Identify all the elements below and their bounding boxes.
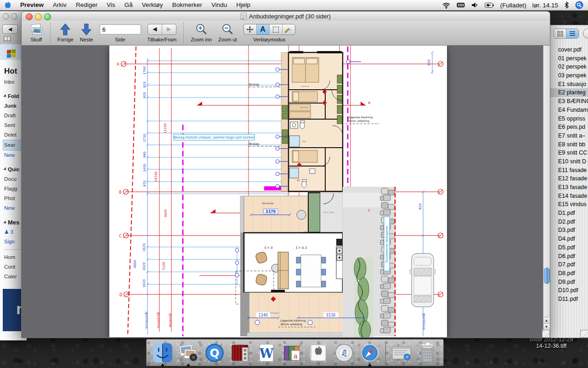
menu-bokmerker[interactable]: Bokmerker bbox=[168, 0, 207, 10]
page-number-input[interactable] bbox=[100, 24, 141, 34]
label-kledning19-line2: 19mm utlekting bbox=[347, 119, 369, 123]
list-item[interactable]: D8.pdf bbox=[550, 269, 588, 278]
magnifier-minus-icon bbox=[221, 23, 233, 35]
battery-charged-icon[interactable] bbox=[485, 2, 494, 8]
move-tool-button[interactable] bbox=[244, 24, 257, 34]
dim-1620: 1620 bbox=[142, 279, 146, 288]
minimize-button[interactable] bbox=[35, 13, 42, 20]
list-item[interactable]: E11 fasade bbox=[550, 166, 588, 175]
list-view-button[interactable] bbox=[566, 29, 578, 38]
menu-vindu[interactable]: Vindu bbox=[207, 0, 232, 10]
list-item[interactable]: D6.pdf bbox=[550, 252, 588, 261]
dock-icon-reference-books[interactable]: a bbox=[282, 342, 302, 363]
battery-meter-icon[interactable] bbox=[457, 2, 465, 8]
scroll-up-arrow[interactable]: ▲ bbox=[543, 317, 549, 324]
drawer-toggle-button[interactable]: Skuff bbox=[29, 23, 43, 42]
menu-verktoy[interactable]: Verktøy bbox=[137, 0, 168, 10]
dock-icon-quicktime[interactable]: Q bbox=[204, 342, 225, 363]
list-item[interactable]: E13 fasade bbox=[550, 183, 588, 192]
dock-icon-word[interactable]: W bbox=[256, 342, 277, 363]
document-view[interactable]: 1760 920 920 1730 990 1400 970 1620 1620… bbox=[22, 46, 543, 337]
annotate-tool-button[interactable] bbox=[283, 24, 295, 34]
select-tool-button[interactable] bbox=[270, 24, 283, 34]
volume-menu-icon[interactable] bbox=[471, 2, 479, 8]
bookmarks-book-icon[interactable] bbox=[3, 35, 11, 42]
list-item[interactable]: D9.pdf bbox=[550, 278, 588, 287]
list-item[interactable]: E10 snitt D bbox=[550, 157, 588, 166]
list-item[interactable]: D4.pdf bbox=[550, 235, 588, 243]
list-item[interactable]: cover.pdf bbox=[550, 46, 588, 54]
list-item[interactable]: D2.pdf bbox=[550, 218, 588, 226]
dock-icon-itunes[interactable]: ♫ bbox=[334, 342, 354, 363]
list-item[interactable]: D3.pdf bbox=[550, 226, 588, 235]
menu-rediger[interactable]: Rediger bbox=[71, 0, 102, 10]
menu-preview[interactable]: Preview bbox=[16, 0, 48, 10]
bluetooth-menu-icon[interactable] bbox=[564, 1, 569, 9]
list-item[interactable]: 03 perspek bbox=[550, 71, 588, 80]
history-forward-button[interactable]: ▶ bbox=[162, 24, 176, 34]
list-item[interactable]: D5.pdf bbox=[550, 243, 588, 252]
list-item[interactable]: D7.pdf bbox=[550, 260, 588, 269]
battery-status-text[interactable]: (Fulladet) bbox=[500, 2, 526, 9]
next-page-button[interactable]: Neste bbox=[80, 23, 93, 42]
list-item[interactable]: E6 peis.pd bbox=[550, 123, 588, 132]
vegetation bbox=[354, 257, 373, 337]
zoom-out-button[interactable]: Zoom ut bbox=[218, 23, 237, 42]
desktop-file-label[interactable]: Bilde 2012-12-29 14-12-36.tiff bbox=[514, 336, 588, 349]
screen: ◀ Hot Inbo Fold Junk Draft Sent Delet Se… bbox=[0, 0, 588, 368]
list-item[interactable]: E15 vindus bbox=[550, 200, 588, 209]
menu-vis[interactable]: Vis bbox=[102, 0, 120, 10]
thumbnail-view-button[interactable] bbox=[554, 29, 566, 38]
list-item[interactable]: E7 snitt a– bbox=[550, 132, 588, 140]
dock-icon-apple-box[interactable] bbox=[308, 342, 328, 363]
inactive-minimize-button[interactable] bbox=[11, 13, 17, 20]
list-item[interactable]: E4 Fundam bbox=[550, 106, 588, 115]
zoom-button[interactable] bbox=[44, 13, 51, 20]
menu-arkiv[interactable]: Arkiv bbox=[48, 0, 71, 10]
back-button[interactable]: ◀ bbox=[2, 24, 18, 34]
list-item[interactable]: E8 snitt bb bbox=[550, 140, 588, 149]
list-item[interactable]: D10.pdf bbox=[550, 286, 588, 295]
menu-clock[interactable]: lør. 14.15 bbox=[532, 2, 558, 9]
history-back-button[interactable]: ◀ bbox=[148, 24, 162, 34]
apple-menu[interactable] bbox=[0, 1, 16, 9]
list-item[interactable]: E12 fasade bbox=[550, 174, 588, 183]
list-item[interactable]: D1.pdf bbox=[550, 209, 588, 218]
itunes-icon: ♫ bbox=[334, 343, 354, 362]
list-item-selected[interactable]: E2 planteg bbox=[550, 88, 588, 97]
list-item[interactable]: E14 fasade bbox=[550, 192, 588, 201]
windows-live-logo-icon bbox=[6, 49, 17, 58]
dock-icon-finder[interactable] bbox=[152, 342, 173, 363]
window-resize-grip[interactable] bbox=[542, 330, 550, 338]
dock-icon-photo-booth[interactable] bbox=[230, 342, 250, 363]
list-item[interactable]: 02 perspek bbox=[550, 63, 588, 71]
previous-page-button[interactable]: Forrige bbox=[57, 23, 74, 42]
svg-text:♫: ♫ bbox=[340, 348, 348, 357]
inactive-close-button[interactable] bbox=[3, 13, 9, 20]
dock-icon-image-capture[interactable] bbox=[178, 342, 198, 363]
menu-ga[interactable]: Gå bbox=[120, 0, 137, 10]
drawer-extra-button[interactable] bbox=[583, 29, 588, 39]
list-item[interactable]: E3 BÆRING bbox=[550, 97, 588, 106]
zoom-in-button[interactable]: Zoom inn bbox=[191, 23, 212, 42]
scroll-down-arrow[interactable]: ▼ bbox=[543, 323, 549, 330]
list-item[interactable]: E1 situasjo bbox=[550, 80, 588, 89]
close-button[interactable] bbox=[26, 13, 33, 20]
text-tool-button-selected[interactable]: A bbox=[257, 24, 270, 34]
drawer-resize-grip[interactable] bbox=[580, 330, 588, 338]
spotlight-icon[interactable] bbox=[575, 1, 583, 9]
axis-label-B: B bbox=[119, 190, 122, 195]
wifi-menu-icon[interactable] bbox=[442, 1, 451, 9]
label-steingjerde: Eksisterende steingjerde bbox=[385, 226, 389, 263]
dock-minimized-window[interactable] bbox=[391, 342, 412, 363]
list-item[interactable]: D11.pdf bbox=[550, 295, 588, 304]
dock-trash-full[interactable] bbox=[417, 342, 438, 363]
list-item[interactable]: E9 snitt CC bbox=[550, 149, 588, 157]
scrollbar-thumb[interactable] bbox=[544, 268, 550, 284]
window-titlebar[interactable]: Anbudstegninger.pdf (30 sider) bbox=[22, 12, 550, 21]
list-item[interactable]: 01 perspek bbox=[550, 54, 588, 63]
list-item[interactable]: E5 oppriss bbox=[550, 115, 588, 123]
menu-hjelp[interactable]: Hjelp bbox=[232, 0, 255, 10]
vertical-scrollbar[interactable]: ▲ ▼ bbox=[543, 46, 550, 337]
dock-icon-safari[interactable] bbox=[360, 342, 380, 363]
